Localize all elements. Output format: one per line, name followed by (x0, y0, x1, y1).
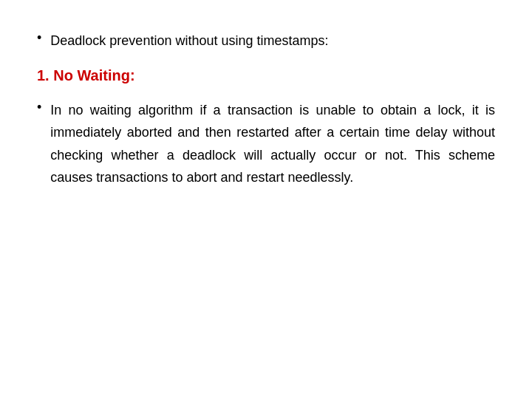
heading-no-waiting: 1. No Waiting: (37, 67, 135, 83)
bullet-char-2: • (37, 100, 41, 115)
bullet-text-1: Deadlock prevention without using timest… (50, 30, 328, 52)
bullet-text-2: In no waiting algorithm if a transaction… (50, 99, 495, 189)
slide-content: • Deadlock prevention without using time… (37, 30, 495, 204)
bullet-item-2: • In no waiting algorithm if a transacti… (37, 99, 495, 189)
bullet-item-1: • Deadlock prevention without using time… (37, 30, 495, 52)
bullet-char-1: • (37, 30, 41, 46)
heading-section: 1. No Waiting: (37, 67, 495, 84)
